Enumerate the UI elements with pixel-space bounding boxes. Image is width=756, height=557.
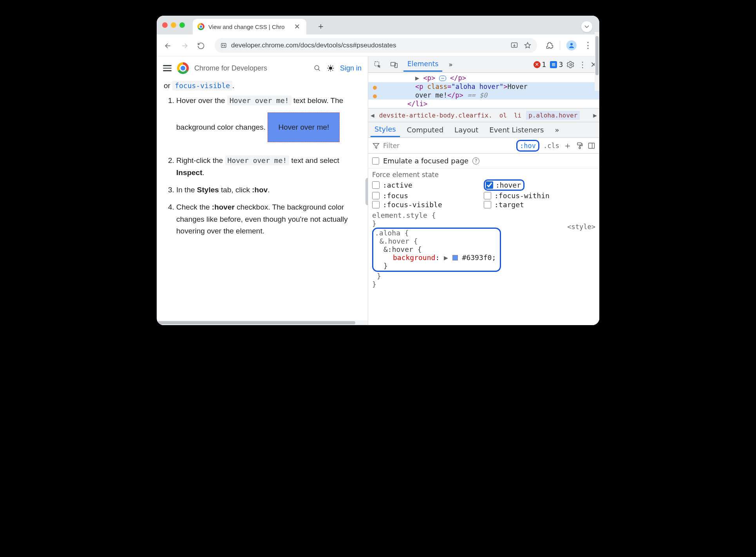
computed-sidebar-icon[interactable]	[588, 142, 595, 150]
vertical-scrollbar[interactable]	[595, 56, 599, 91]
dom-breadcrumbs[interactable]: ◀ devsite-article-body.clearfix. ol li p…	[368, 108, 599, 122]
bookmark-star-icon[interactable]	[524, 42, 532, 49]
forward-button[interactable]	[179, 40, 190, 51]
tab-close-icon[interactable]: ✕	[294, 23, 300, 30]
pane-splitter[interactable]	[365, 178, 368, 205]
breadcrumb-item[interactable]: ol	[497, 111, 509, 120]
pseudo-hover-checkbox[interactable]	[486, 181, 493, 189]
dom-line-selected[interactable]: <p class="aloha hover">Hover	[368, 82, 599, 91]
device-toolbar-icon[interactable]	[387, 59, 401, 70]
svg-rect-2	[221, 43, 226, 47]
svg-rect-27	[579, 147, 580, 148]
install-icon[interactable]	[510, 42, 518, 49]
pseudo-active-checkbox[interactable]	[372, 181, 380, 189]
error-count[interactable]: ✕1	[534, 61, 546, 69]
color-swatch[interactable]	[452, 255, 458, 260]
css-value[interactable]: #6393f0	[462, 253, 492, 262]
breadcrumb-item-selected[interactable]: p.aloha.hover	[526, 111, 580, 120]
paint-icon[interactable]	[576, 142, 584, 150]
back-button[interactable]	[163, 40, 173, 51]
svg-point-12	[329, 67, 332, 70]
pseudo-hover-label: :hover	[496, 181, 521, 189]
pseudo-focus-within-checkbox[interactable]	[484, 192, 491, 199]
breadcrumb-scroll-right[interactable]: ▶	[593, 112, 597, 119]
step3-text-b: tab, click	[221, 186, 252, 194]
dom-line[interactable]: </li>	[368, 99, 599, 108]
emulate-focused-checkbox[interactable]	[372, 157, 379, 165]
inspect-element-icon[interactable]	[371, 59, 385, 70]
dom-tree[interactable]: ▶ <p> ⋯ </p> <p class="aloha hover">Hove…	[368, 73, 599, 108]
help-icon[interactable]: ?	[472, 157, 479, 165]
tab-styles[interactable]: Styles	[371, 123, 400, 137]
horizontal-scrollbar[interactable]	[157, 320, 368, 325]
svg-point-6	[224, 45, 225, 46]
css-brace: }	[377, 272, 381, 280]
devtools-panel: Elements » ✕1 ≡3 ⋮ ✕ ▶ <p> ⋯ </p> <p cla…	[368, 56, 599, 325]
styles-filter-input[interactable]: Filter	[372, 142, 400, 150]
message-count[interactable]: ≡3	[550, 61, 563, 69]
tabs-overflow[interactable]: »	[445, 58, 456, 71]
tab-elements[interactable]: Elements	[403, 58, 442, 72]
browser-menu-button[interactable]: ⋮	[583, 40, 593, 51]
pseudo-focus-checkbox[interactable]	[372, 192, 380, 199]
tab-title: View and change CSS | Chro	[208, 24, 290, 30]
ellipsis-badge[interactable]: ⋯	[439, 76, 446, 81]
menu-button[interactable]	[163, 65, 172, 71]
emulate-focused-page-row: Emulate a focused page ?	[368, 154, 599, 168]
expand-icon[interactable]: ▶	[444, 253, 448, 262]
step-3: In the Styles tab, click :hov.	[176, 184, 361, 196]
hover-over-me-box[interactable]: Hover over me!	[268, 112, 340, 142]
css-rules-view[interactable]: element.style { } <style> .aloha { &.hov…	[368, 211, 599, 291]
reload-button[interactable]	[196, 40, 206, 51]
dom-line-selected-2[interactable]: over me!</p> == $0	[368, 91, 599, 99]
cls-toggle[interactable]: .cls	[543, 142, 559, 150]
svg-line-17	[328, 66, 329, 67]
bold-styles: Styles	[197, 186, 219, 194]
article-body: or focus-visible. Hover over the Hover o…	[157, 80, 368, 247]
page-header-title: Chrome for Developers	[194, 64, 308, 72]
svg-line-11	[318, 69, 320, 71]
css-source-link[interactable]: <style>	[567, 223, 595, 231]
new-style-rule-icon[interactable]: ＋	[563, 140, 572, 152]
svg-line-20	[332, 66, 333, 67]
window-fullscreen-icon[interactable]	[179, 22, 185, 28]
window-minimize-icon[interactable]	[171, 22, 176, 28]
tab-layout[interactable]: Layout	[450, 124, 482, 136]
breadcrumb-item[interactable]: devsite-article-body.clearfix.	[377, 111, 495, 120]
error-icon: ✕	[534, 61, 541, 68]
step2-text-b: text and select	[291, 156, 340, 165]
tabs-dropdown-button[interactable]	[581, 21, 592, 32]
pseudo-focus-visible-checkbox[interactable]	[372, 201, 380, 208]
filter-placeholder: Filter	[383, 142, 400, 150]
devtools-menu-icon[interactable]: ⋮	[579, 60, 586, 69]
signin-link[interactable]: Sign in	[340, 64, 362, 72]
css-property[interactable]: background	[393, 253, 435, 262]
breadcrumb-scroll-left[interactable]: ◀	[371, 112, 374, 119]
error-count-value: 1	[542, 61, 546, 69]
pseudo-active-label: :active	[383, 181, 412, 189]
tab-event-listeners[interactable]: Event Listeners	[485, 124, 548, 136]
css-selector-and-hover[interactable]: &.hover {	[380, 237, 418, 245]
breadcrumb-item[interactable]: li	[512, 111, 524, 120]
search-icon[interactable]	[313, 64, 321, 72]
new-tab-button[interactable]: ＋	[317, 22, 325, 31]
theme-icon[interactable]	[327, 64, 335, 72]
dom-line[interactable]: ▶ <p> ⋯ </p>	[368, 74, 599, 82]
settings-icon[interactable]	[567, 61, 575, 69]
hov-toggle[interactable]: :hov	[516, 140, 539, 152]
address-bar[interactable]: developer.chrome.com/docs/devtools/css#p…	[215, 38, 537, 53]
pseudo-target-checkbox[interactable]	[484, 201, 491, 208]
window-close-icon[interactable]	[162, 22, 168, 28]
browser-tab[interactable]: View and change CSS | Chro ✕	[193, 19, 306, 34]
reload-icon	[197, 42, 205, 50]
site-settings-icon[interactable]	[220, 42, 227, 49]
extensions-icon[interactable]	[546, 42, 553, 49]
styles-tabs-overflow[interactable]: »	[551, 124, 563, 136]
svg-point-10	[315, 65, 319, 70]
css-selector-aloha[interactable]: .aloha {	[375, 229, 409, 237]
tab-computed[interactable]: Computed	[403, 124, 448, 136]
css-selector-hover-pseudo[interactable]: &:hover {	[383, 245, 422, 253]
bold-inspect: Inspect	[176, 168, 203, 177]
css-element-style[interactable]: element.style {	[372, 211, 436, 219]
profile-avatar[interactable]	[566, 40, 577, 51]
